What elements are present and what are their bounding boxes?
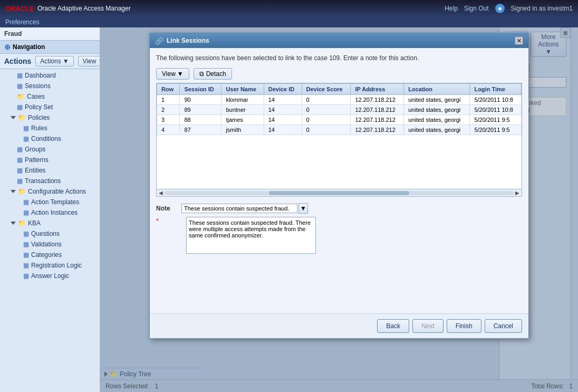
table-view-label: View <box>162 70 176 78</box>
table-cell: 2 <box>157 105 180 115</box>
table-cell: united states, georgi <box>404 105 470 115</box>
note-textarea-row: * These sessions contain suspected fraud… <box>156 217 522 254</box>
detach-icon: ⧉ <box>199 70 204 78</box>
conditions-label: Conditions <box>31 135 61 142</box>
sidebar-actions-title: Actions <box>4 57 31 65</box>
sidebar-item-policies[interactable]: 📁 Policies <box>0 112 100 123</box>
modal-close-button[interactable]: ✕ <box>515 36 523 45</box>
sidebar-item-configurable-actions[interactable]: 📁 Configurable Actions <box>0 186 100 197</box>
sidebar-toolbar: Actions Actions ▼ View ▼ 📁 🔍 <box>0 54 100 69</box>
data-table-container: Row Session ID User Name Device ID Devic… <box>156 83 522 197</box>
col-device-id: Device ID <box>264 84 302 95</box>
sidebar-item-dashboard[interactable]: ▦ Dashboard <box>0 70 100 81</box>
back-button[interactable]: Back <box>377 319 409 333</box>
note-select-wrapper: ▼ <box>181 203 308 214</box>
table-scroll-area[interactable]: Row Session ID User Name Device ID Devic… <box>157 83 522 189</box>
sidebar-item-questions[interactable]: ▦ Questions <box>0 228 100 239</box>
col-session-id: Session ID <box>180 84 221 95</box>
table-row[interactable]: 190klommar14012.207.118.212united states… <box>157 95 522 105</box>
top-bar-left: ORACLE Oracle Adaptive Access Manager <box>5 5 131 13</box>
sidebar-actions-btn[interactable]: Actions ▼ <box>35 56 73 66</box>
scroll-thumb[interactable] <box>269 191 409 195</box>
table-cell: united states, georgi <box>404 125 470 135</box>
table-cell: 12.207.118.212 <box>351 105 404 115</box>
action-templates-icon: ▦ <box>23 198 29 206</box>
table-cell: tjames <box>221 115 264 125</box>
configurable-actions-label: Configurable Actions <box>28 188 86 195</box>
next-button[interactable]: Next <box>412 319 444 333</box>
help-link[interactable]: Help <box>445 5 458 12</box>
table-cell: 87 <box>180 125 221 135</box>
sidebar-item-sessions[interactable]: ▦ Sessions <box>0 81 100 91</box>
modal-overlay: 🔗 Link Sessions ✕ The following sessions… <box>100 27 578 392</box>
sessions-table: Row Session ID User Name Device ID Devic… <box>157 83 522 135</box>
modal-title-bar: 🔗 Link Sessions ✕ <box>150 33 528 48</box>
content-area: Add Notes More Actions ▼ Detach Note Cas… <box>100 27 578 392</box>
preferences-link[interactable]: Preferences <box>5 18 40 26</box>
table-row[interactable]: 388tjames14012.207.118.212united states,… <box>157 115 522 125</box>
policyset-icon: ▦ <box>17 103 23 111</box>
sidebar-item-categories[interactable]: ▦ Categories <box>0 250 100 260</box>
sidebar-view-btn[interactable]: View ▼ <box>78 56 100 66</box>
table-cell: 90 <box>180 95 221 105</box>
kba-label: KBA <box>28 219 41 227</box>
required-star: * <box>156 217 159 225</box>
note-select-input[interactable] <box>181 204 297 213</box>
table-cell: 88 <box>180 115 221 125</box>
table-detach-button[interactable]: ⧉ Detach <box>194 68 232 80</box>
sidebar-item-registration-logic[interactable]: ▦ Registration Logic <box>0 260 100 271</box>
table-row[interactable]: 487jsmith14012.207.118.212united states,… <box>157 125 522 135</box>
sidebar-item-action-templates[interactable]: ▦ Action Templates <box>0 197 100 207</box>
note-dropdown-button[interactable]: ▼ <box>298 203 308 214</box>
modal-message: The following sessions have been selecte… <box>156 54 522 62</box>
table-cell: 14 <box>264 95 302 105</box>
table-view-button[interactable]: View ▼ <box>156 68 189 80</box>
app-title: Oracle Adaptive Access Manager <box>37 5 131 12</box>
policies-expand-icon <box>11 116 16 119</box>
scroll-track[interactable] <box>164 191 514 195</box>
table-cell: 5/20/2011 9:5 <box>470 125 522 135</box>
categories-label: Categories <box>31 251 62 259</box>
cancel-button[interactable]: Cancel <box>485 319 522 333</box>
sidebar-item-transactions[interactable]: ▦ Transactions <box>0 176 100 186</box>
actions-label: Actions <box>40 58 61 65</box>
signout-link[interactable]: Sign Out <box>464 5 489 12</box>
scroll-right-arrow-icon[interactable]: ▶ <box>514 190 521 196</box>
table-horizontal-scrollbar[interactable]: ◀ ▶ <box>157 189 522 196</box>
table-cell: 1 <box>157 95 180 105</box>
sidebar-item-action-instances[interactable]: ▦ Action Instances <box>0 207 100 218</box>
groups-icon: ▦ <box>17 146 23 153</box>
sidebar-item-validations[interactable]: ▦ Validations <box>0 239 100 250</box>
sidebar-item-cases[interactable]: 📁 Cases <box>0 91 100 102</box>
transactions-icon: ▦ <box>17 177 23 185</box>
table-cell: buntner <box>221 105 264 115</box>
sidebar-item-kba[interactable]: 📁 KBA <box>0 218 100 228</box>
col-user-name: User Name <box>221 84 264 95</box>
sidebar-item-policyset[interactable]: ▦ Policy Set <box>0 102 100 112</box>
link-icon: 🔗 <box>155 37 163 45</box>
table-cell: 14 <box>264 125 302 135</box>
top-bar-right: Help Sign Out ◉ Signed in as investm1 <box>445 4 573 13</box>
sidebar-item-patterns[interactable]: ▦ Patterns <box>0 155 100 165</box>
scroll-left-arrow-icon[interactable]: ◀ <box>158 190 164 196</box>
groups-label: Groups <box>25 146 45 153</box>
sidebar-item-groups[interactable]: ▦ Groups <box>0 144 100 155</box>
signed-in-label: Signed in as investm1 <box>511 5 573 12</box>
nav-compass-icon: ⊕ <box>4 43 11 51</box>
note-textarea[interactable]: These sessions contain suspected fraud. … <box>186 217 316 254</box>
sidebar-fraud-tab[interactable]: Fraud <box>0 27 100 41</box>
table-cell: 5/20/2011 9:5 <box>470 115 522 125</box>
sidebar-item-answer-logic[interactable]: ▦ Answer Logic <box>0 271 100 281</box>
rules-label: Rules <box>31 125 47 132</box>
conditions-icon: ▦ <box>23 135 29 142</box>
transactions-label: Transactions <box>25 177 61 185</box>
validations-icon: ▦ <box>23 241 29 248</box>
grid-icon: ▦ <box>17 72 23 79</box>
table-row[interactable]: 289buntner14012.207.118.212united states… <box>157 105 522 115</box>
sidebar-item-rules[interactable]: ▦ Rules <box>0 123 100 133</box>
action-instances-icon: ▦ <box>23 209 29 216</box>
finish-button[interactable]: Finish <box>447 319 481 333</box>
sidebar-item-conditions[interactable]: ▦ Conditions <box>0 133 100 144</box>
user-icon: ◉ <box>495 4 505 13</box>
sidebar-item-entities[interactable]: ▦ Entities <box>0 165 100 176</box>
